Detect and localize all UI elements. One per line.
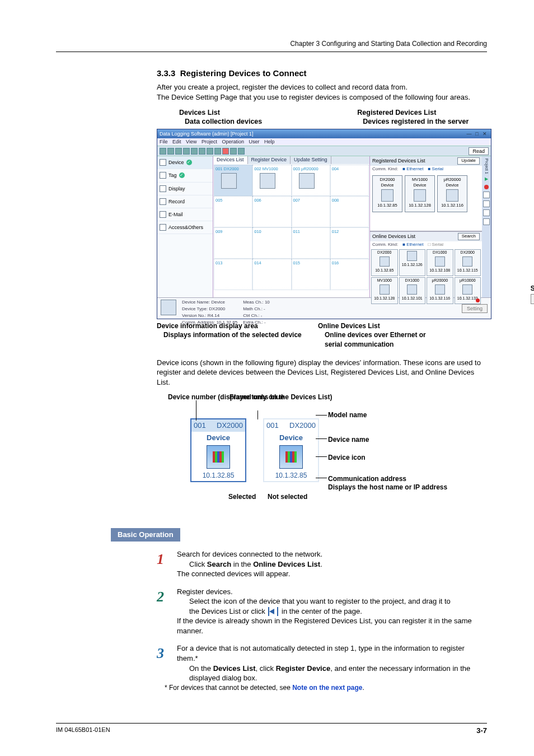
device-icon	[462, 256, 472, 267]
device-cell[interactable]: 008	[330, 196, 369, 227]
toolbar-icon[interactable]	[199, 148, 205, 155]
toolbar-icon[interactable]	[167, 148, 174, 155]
window-titlebar: Data Logging Software (admin) [Project 1…	[157, 129, 491, 138]
toolbar-icon[interactable]	[230, 148, 237, 155]
online-device-card[interactable]: DX100010.1.32.101	[399, 277, 426, 304]
record-icon	[160, 198, 166, 205]
note-link[interactable]: Note on the next page	[292, 684, 362, 692]
label-comm-address: Communication address	[328, 474, 406, 483]
devices-grid[interactable]: 001 DX2000 002 MV1000 003 μR20000 004 00…	[213, 164, 369, 297]
menu-file[interactable]: File	[160, 139, 168, 144]
device-cell[interactable]: 006	[252, 196, 291, 227]
device-cell[interactable]: 016	[330, 259, 369, 290]
tool-icon[interactable]	[483, 218, 490, 225]
toolbar-icon[interactable]	[175, 148, 182, 155]
basic-operation-heading: Basic Operation	[111, 528, 487, 542]
device-cell[interactable]: 003 μR20000	[292, 165, 330, 196]
menu-view[interactable]: View	[186, 139, 196, 144]
nav-access[interactable]: Access&Others	[157, 221, 213, 234]
device-cell[interactable]: 002 MV1000	[252, 165, 291, 196]
chapter-header: Chapter 3 Configuring and Starting Data …	[56, 39, 487, 52]
right-column: Registered Devices List Update Comm. Kin…	[370, 156, 482, 297]
maximize-icon[interactable]: □	[473, 130, 481, 137]
registered-comm-row: Comm. Kind:■ Ethernet■ Serial	[370, 166, 482, 173]
toolbar-icon[interactable]	[160, 148, 166, 155]
callout-online-sub2: serial communication	[325, 340, 426, 349]
card-address: 10.1.32.85	[191, 470, 245, 481]
registered-device-card[interactable]: DX2000Device10.1.32.85	[372, 175, 402, 212]
tab-update-setting[interactable]: Update Setting	[291, 156, 331, 164]
tool-icon[interactable]	[483, 200, 490, 207]
callout-setting-button: Setting button Setting	[531, 284, 534, 304]
menu-user[interactable]: User	[249, 139, 260, 144]
toolbar-icon[interactable]	[238, 148, 245, 155]
tab-devices-list[interactable]: Devices List	[213, 156, 248, 164]
online-device-card[interactable]: DX200010.1.32.115	[455, 249, 481, 276]
device-cell[interactable]: 010	[252, 227, 291, 259]
registered-header: Registered Devices List Update	[370, 156, 482, 166]
online-device-card[interactable]: MV100010.1.32.128	[371, 277, 398, 304]
close-icon[interactable]: ✕	[481, 130, 489, 137]
toolbar-icon[interactable]	[214, 148, 221, 155]
menu-bar[interactable]: File Edit View Project Operation User He…	[157, 138, 491, 146]
device-icon	[381, 189, 394, 202]
device-cell[interactable]: 011	[292, 227, 330, 259]
tag-icon	[160, 172, 166, 179]
toolbar[interactable]: Read	[157, 146, 491, 156]
toolbar-icon[interactable]	[191, 148, 198, 155]
label-address-sub: Displays the host name or IP address	[328, 483, 447, 492]
search-button[interactable]: Search	[458, 233, 480, 240]
tab-register-device[interactable]: Register Device	[248, 156, 291, 164]
step2-line2: Select the icon of the device that you w…	[189, 596, 487, 606]
device-cell[interactable]: 014	[252, 259, 291, 290]
record-dot-icon[interactable]	[484, 185, 489, 189]
project-tab[interactable]: Project 1	[484, 158, 489, 174]
label-notselected: Not selected	[268, 492, 307, 501]
nav-record[interactable]: Record	[157, 195, 213, 208]
read-button[interactable]: Read	[469, 147, 489, 155]
menu-help[interactable]: Help	[264, 139, 275, 144]
nav-tag[interactable]: Tag✓	[157, 169, 213, 182]
device-cell[interactable]: 012	[330, 227, 369, 259]
online-device-card[interactable]: μR2000010.1.32.116	[427, 277, 453, 304]
device-cell[interactable]: 015	[292, 259, 330, 290]
intro-2: The Device Setting Page that you use to …	[157, 92, 487, 102]
tool-icon[interactable]	[483, 209, 490, 216]
device-cell[interactable]: 007	[292, 196, 330, 227]
device-card-selected: 001DX2000 Device 10.1.32.85	[190, 418, 246, 482]
window-buttons[interactable]: —□✕	[465, 130, 489, 137]
online-device-card[interactable]: 10.1.32.126	[399, 249, 426, 276]
update-button[interactable]: Update	[457, 157, 480, 165]
registered-device-card[interactable]: MV1000Device10.1.32.128	[405, 175, 435, 212]
device-icon	[407, 251, 417, 261]
step1-line2: Click Search in the Online Devices List.	[189, 559, 487, 570]
device-cell[interactable]: 009	[214, 227, 252, 259]
menu-edit[interactable]: Edit	[172, 139, 181, 144]
online-device-card[interactable]: DX200010.1.32.85	[371, 249, 398, 276]
menu-operation[interactable]: Operation	[222, 139, 244, 144]
registered-device-card[interactable]: μR20000Device10.1.32.116	[437, 175, 467, 212]
delete-icon[interactable]	[222, 148, 229, 155]
step2-line4: If the device is already shown in the Re…	[177, 616, 487, 636]
online-device-card[interactable]: DX100010.1.32.108	[427, 249, 453, 276]
device-cell[interactable]: 001 DX2000	[214, 165, 252, 196]
registered-title: Registered Devices List	[372, 157, 425, 165]
card-model: DX2000	[289, 421, 316, 431]
registered-body[interactable]: DX2000Device10.1.32.85 MV1000Device10.1.…	[370, 173, 482, 231]
toolbar-icon[interactable]	[207, 148, 213, 155]
card-address: 10.1.32.85	[264, 470, 318, 481]
nav-display[interactable]: Display	[157, 183, 213, 195]
setting-button[interactable]: Setting	[462, 304, 488, 313]
toolbar-icon[interactable]	[183, 148, 190, 155]
device-cell[interactable]: 004	[330, 165, 369, 196]
menu-project[interactable]: Project	[202, 139, 217, 144]
tool-icon[interactable]	[483, 192, 490, 198]
minimize-icon[interactable]: —	[465, 130, 473, 137]
nav-email[interactable]: E-Mail	[157, 208, 213, 221]
online-body[interactable]: DX200010.1.32.85 10.1.32.126 DX100010.1.…	[370, 248, 482, 305]
device-icon-paragraph: Device icons (shown in the following fig…	[157, 358, 487, 388]
nav-device[interactable]: Device✓	[157, 156, 213, 169]
page-number: 3-7	[476, 726, 487, 736]
device-cell[interactable]: 013	[214, 259, 252, 290]
device-cell[interactable]: 005	[214, 196, 252, 227]
